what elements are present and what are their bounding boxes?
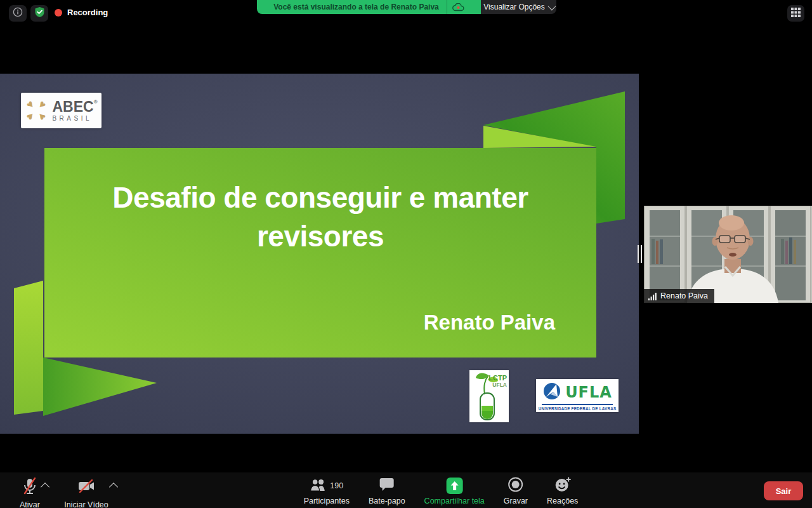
recording-indicator: Recording [55,8,108,17]
abec-logo-subtitle: BRASIL [52,116,97,122]
ufla-globe-icon [542,382,561,403]
start-video-label: Iniciar Vídeo [64,500,108,508]
participants-count: 190 [330,481,343,490]
toolbar-center-controls: 190 Participantes Bate-papo Compartilhar… [304,478,579,505]
video-options-chevron-icon[interactable] [109,483,118,491]
lctp-logo-line1: LCTP [488,375,507,382]
recording-label: Recording [67,8,108,17]
chevron-down-icon [547,2,556,10]
view-options-dropdown[interactable]: Visualizar Opções [481,0,556,14]
record-label: Gravar [504,497,528,505]
ufla-logo-subtitle: UNIVERSIDADE FEDERAL DE LAVRAS [539,406,617,411]
lctp-logo-line2: UFLA [492,382,507,388]
reactions-smiley-icon [554,476,571,495]
share-screen-button[interactable]: Compartilhar tela [424,478,485,505]
share-banner-text: Você está visualizando a tela de Renato … [273,3,439,11]
start-video-button[interactable]: Iniciar Vídeo [62,478,110,508]
meeting-info-button[interactable] [9,5,27,22]
recording-dot-icon [55,9,62,17]
info-icon [13,7,23,20]
microphone-muted-icon [22,478,37,497]
chat-bubble-icon [379,478,395,494]
shield-check-icon [34,6,45,20]
encryption-status-button[interactable] [30,5,48,22]
meeting-toolbar: Ativar Iniciar Vídeo [0,472,812,508]
shared-screen-slide: Desafio de conseguir e manter revisores … [0,74,639,434]
participant-name: Renato Paiva [660,291,708,300]
screen-share-banner: Você está visualizando a tela de Renato … [257,0,481,14]
gallery-view-button[interactable] [787,5,804,22]
abec-pinwheel-icon: ♥♥ ♥♥ [25,99,48,122]
slide-title: Desafio de conseguir e manter revisores [60,178,580,255]
video-panel-drag-handle[interactable] [638,245,644,263]
slide-title-band: Desafio de conseguir e manter revisores … [44,148,596,358]
reactions-label: Reações [547,497,578,505]
ufla-logo-name: UFLA [565,384,612,401]
lctp-ufla-logo: LCTP UFLA [469,370,509,422]
banner-divider [447,0,447,14]
meeting-top-bar: Recording Você está visualizando a tela … [0,0,812,27]
abec-brasil-logo: ♥♥ ♥♥ ABEC® BRASIL [21,93,102,128]
participant-video-tile[interactable]: Renato Paiva [644,206,812,303]
record-button[interactable]: Gravar [504,478,528,505]
unmute-label: Ativar [20,500,40,508]
chat-label: Bate-papo [369,497,405,505]
unmute-button[interactable]: Ativar [15,478,44,508]
participants-icon [310,479,327,493]
slide-presenter-name: Renato Paiva [424,311,555,335]
recording-cloud-icon [452,3,464,11]
record-icon [508,476,524,495]
participants-button[interactable]: 190 Participantes [304,478,350,505]
view-options-label: Visualizar Opções [483,3,545,11]
share-screen-label: Compartilhar tela [424,497,485,505]
abec-logo-name: ABEC® [52,100,97,114]
audio-level-icon [648,292,657,300]
participant-name-tag: Renato Paiva [644,289,714,303]
grid-view-icon [791,8,801,20]
chat-button[interactable]: Bate-papo [369,478,405,505]
participants-label: Participantes [304,497,350,505]
share-screen-icon [446,478,462,494]
reactions-button[interactable]: Reações [547,478,578,505]
ufla-logo: UFLA UNIVERSIDADE FEDERAL DE LAVRAS [536,379,619,412]
ufla-logo-rule [542,404,613,405]
leave-meeting-button[interactable]: Sair [764,481,803,500]
leave-label: Sair [776,486,792,496]
camera-off-icon [77,478,95,497]
